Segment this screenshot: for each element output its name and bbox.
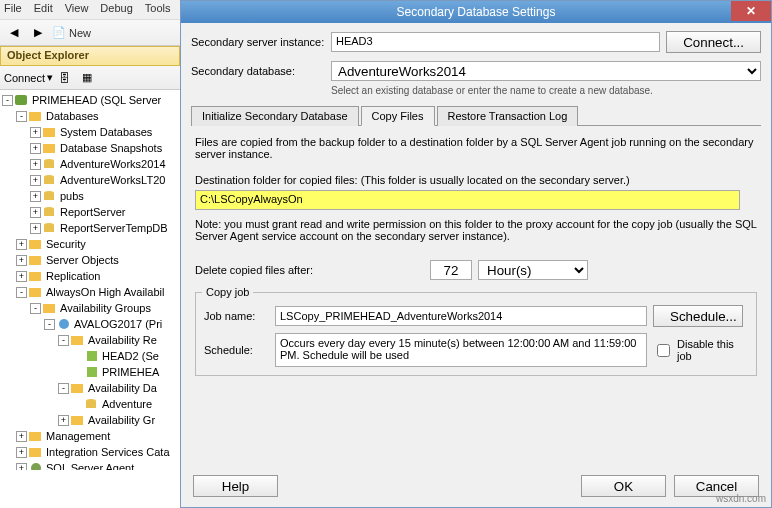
expand-icon[interactable]: +: [16, 255, 27, 266]
filter-icon[interactable]: ▦: [77, 68, 97, 88]
tree-awlt20[interactable]: AdventureWorksLT20: [60, 174, 165, 186]
object-explorer-title: Object Explorer: [0, 46, 180, 66]
tree-availgroups[interactable]: Availability Groups: [60, 302, 151, 314]
grant-note: Note: you must grant read and write perm…: [195, 218, 757, 242]
help-button[interactable]: Help: [193, 475, 278, 497]
tree-sqlagent[interactable]: SQL Server Agent: [46, 462, 134, 470]
expand-icon[interactable]: -: [2, 95, 13, 106]
tree-replication[interactable]: Replication: [46, 270, 100, 282]
folder-icon: [43, 125, 57, 139]
expand-icon[interactable]: +: [16, 431, 27, 442]
expand-icon[interactable]: -: [16, 111, 27, 122]
copy-job-legend: Copy job: [202, 286, 253, 298]
tree-security[interactable]: Security: [46, 238, 86, 250]
expand-icon[interactable]: -: [30, 303, 41, 314]
tab-restore[interactable]: Restore Transaction Log: [437, 106, 579, 126]
expand-icon[interactable]: +: [30, 207, 41, 218]
menu-debug[interactable]: Debug: [100, 2, 132, 17]
dropdown-icon[interactable]: ▾: [47, 71, 53, 84]
tree-availreplicas[interactable]: Availability Re: [88, 334, 157, 346]
tree-reportserver[interactable]: ReportServer: [60, 206, 125, 218]
expand-icon[interactable]: +: [30, 223, 41, 234]
replica-icon: [85, 349, 99, 363]
main-toolbar: ◀ ▶ 📄 New: [0, 20, 180, 46]
menu-file[interactable]: File: [4, 2, 22, 17]
expand-icon[interactable]: +: [16, 239, 27, 250]
connect-bar: Connect▾ 🗄 ▦: [0, 66, 180, 90]
tree-adventure[interactable]: Adventure: [102, 398, 152, 410]
tree-availgl[interactable]: Availability Gr: [88, 414, 155, 426]
tree-primehead[interactable]: PRIMEHEA: [102, 366, 159, 378]
replica-icon: [85, 365, 99, 379]
expand-icon[interactable]: +: [30, 175, 41, 186]
delete-after-value[interactable]: [430, 260, 472, 280]
tree-server-root[interactable]: PRIMEHEAD (SQL Server: [32, 94, 161, 106]
connect-button[interactable]: Connect: [4, 72, 45, 84]
secondary-db-label: Secondary database:: [191, 65, 331, 77]
expand-icon[interactable]: +: [30, 191, 41, 202]
folder-icon: [71, 381, 85, 395]
secondary-db-select[interactable]: AdventureWorks2014: [331, 61, 761, 81]
folder-icon: [29, 253, 43, 267]
expand-icon[interactable]: +: [30, 143, 41, 154]
tree-avalog[interactable]: AVALOG2017 (Pri: [74, 318, 162, 330]
tree-pubs[interactable]: pubs: [60, 190, 84, 202]
expand-icon[interactable]: +: [16, 463, 27, 471]
menu-bar: File Edit View Debug Tools: [0, 0, 180, 20]
tree-alwayson[interactable]: AlwaysOn High Availabil: [46, 286, 164, 298]
tab-initialize[interactable]: Initialize Secondary Database: [191, 106, 359, 126]
svg-rect-15: [29, 256, 41, 265]
expand-icon[interactable]: +: [16, 447, 27, 458]
dialog-title: Secondary Database Settings: [397, 5, 556, 19]
tree-integration[interactable]: Integration Services Cata: [46, 446, 170, 458]
disable-job-label: Disable this job: [677, 338, 748, 362]
menu-view[interactable]: View: [65, 2, 89, 17]
expand-icon[interactable]: +: [30, 159, 41, 170]
expand-icon[interactable]: +: [58, 415, 69, 426]
expand-icon[interactable]: +: [16, 271, 27, 282]
svg-rect-28: [29, 448, 41, 457]
watermark: wsxdn.com: [716, 493, 766, 504]
svg-rect-0: [15, 95, 27, 105]
svg-rect-7: [44, 177, 54, 184]
server-instance-field: HEAD3: [331, 32, 660, 52]
svg-rect-11: [44, 209, 54, 216]
expand-icon[interactable]: -: [58, 335, 69, 346]
database-icon: [43, 205, 57, 219]
menu-tools[interactable]: Tools: [145, 2, 171, 17]
expand-icon[interactable]: +: [30, 127, 41, 138]
server-icon: [15, 93, 29, 107]
connect-button[interactable]: Connect...: [666, 31, 761, 53]
menu-edit[interactable]: Edit: [34, 2, 53, 17]
tree-snapshots[interactable]: Database Snapshots: [60, 142, 162, 154]
new-query-button[interactable]: 📄 New: [52, 26, 91, 39]
tree-head2[interactable]: HEAD2 (Se: [102, 350, 159, 362]
secondary-db-dialog: Secondary Database Settings ✕ Secondary …: [180, 0, 772, 508]
tree-databases[interactable]: Databases: [46, 110, 99, 122]
nav-back-icon[interactable]: ◀: [4, 23, 24, 43]
tree-management[interactable]: Management: [46, 430, 110, 442]
svg-rect-18: [43, 304, 55, 313]
nav-fwd-icon[interactable]: ▶: [28, 23, 48, 43]
tree-aw2014[interactable]: AdventureWorks2014: [60, 158, 166, 170]
tree-serverobjects[interactable]: Server Objects: [46, 254, 119, 266]
expand-icon[interactable]: -: [16, 287, 27, 298]
agent-icon: [29, 461, 43, 470]
schedule-button[interactable]: Schedule...: [653, 305, 743, 327]
tab-copy-files[interactable]: Copy Files: [361, 106, 435, 126]
delete-after-unit[interactable]: Hour(s): [478, 260, 588, 280]
refresh-icon[interactable]: 🗄: [55, 68, 75, 88]
tree-sysdb[interactable]: System Databases: [60, 126, 152, 138]
disable-job-checkbox[interactable]: [657, 344, 670, 357]
tree-reportservertemp[interactable]: ReportServerTempDB: [60, 222, 168, 234]
tree-availdb[interactable]: Availability Da: [88, 382, 157, 394]
object-explorer-tree[interactable]: -PRIMEHEAD (SQL Server -Databases +Syste…: [0, 90, 180, 470]
job-name-field[interactable]: LSCopy_PRIMEHEAD_AdventureWorks2014: [275, 306, 647, 326]
close-button[interactable]: ✕: [731, 1, 771, 21]
ok-button[interactable]: OK: [581, 475, 666, 497]
dest-folder-input[interactable]: C:\LSCopyAlwaysOn: [195, 190, 740, 210]
folder-icon: [29, 109, 43, 123]
expand-icon[interactable]: -: [44, 319, 55, 330]
dialog-title-bar[interactable]: Secondary Database Settings ✕: [181, 1, 771, 23]
expand-icon[interactable]: -: [58, 383, 69, 394]
